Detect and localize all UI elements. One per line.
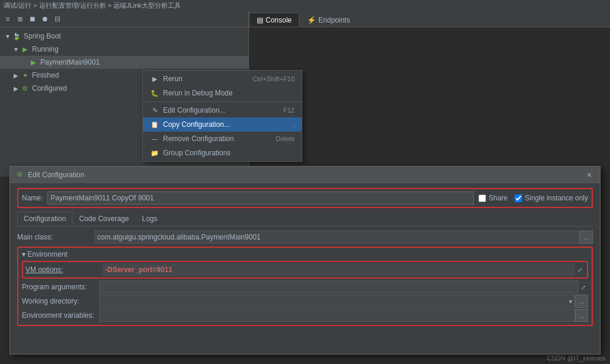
- configured-icon: ⚙: [20, 84, 30, 93]
- rerun-label: Rerun: [163, 75, 183, 83]
- dialog-titlebar: ⚙ Edit Configuration ×: [10, 167, 600, 183]
- rerun-shortcut: Ctrl+Shift+F10: [253, 75, 295, 82]
- program-args-label: Program arguments:: [22, 283, 99, 291]
- chevron-configured: ▶: [12, 85, 20, 92]
- suspend-btn[interactable]: ⏹: [27, 14, 38, 24]
- filter-btn[interactable]: ⊟: [52, 14, 63, 24]
- tab-console[interactable]: ▤ Console: [249, 12, 299, 27]
- menu-separator-1: [143, 101, 302, 102]
- breadcrumb: 调试/运行 > 运行配置管理/运行分析 > 远端JLink大型分析工具: [0, 0, 610, 11]
- payment-label: PaymentMain9001: [40, 58, 100, 66]
- name-row: Name: Share Single instance only: [17, 188, 593, 208]
- program-args-expand-btn[interactable]: ⤢: [579, 282, 588, 292]
- group-configs-label: Group Configurations: [163, 149, 231, 157]
- menu-item-rerun-debug[interactable]: 🐛 Rerun in Debug Mode: [143, 86, 302, 100]
- menu-item-group-configs[interactable]: 📁 Group Configurations: [143, 146, 302, 160]
- remove-config-icon: —: [150, 134, 159, 143]
- name-label: Name:: [22, 194, 43, 202]
- console-tab-icon: ▤: [257, 16, 263, 24]
- share-label: Share: [488, 194, 507, 202]
- tab-endpoints[interactable]: ⚡ Endpoints: [299, 12, 357, 27]
- edit-config-dialog: ⚙ Edit Configuration × Name: Share Singl…: [9, 166, 601, 355]
- share-checkbox[interactable]: [478, 194, 486, 202]
- running-label: Running: [32, 45, 59, 53]
- right-panel: ▤ Console ⚡ Endpoints: [249, 11, 610, 177]
- configured-label: Configured: [32, 84, 67, 92]
- payment-icon: ▶: [28, 58, 38, 67]
- main-class-browse-btn[interactable]: …: [580, 231, 593, 244]
- program-args-row: Program arguments: ⤢: [22, 280, 588, 294]
- context-menu: ▶ Rerun Ctrl+Shift+F10 🐛 Rerun in Debug …: [142, 70, 302, 162]
- spring-boot-icon: 🍃: [12, 31, 21, 41]
- menu-item-copy-config[interactable]: 📋 Copy Configuration... .: [143, 117, 302, 132]
- finished-label: Finished: [32, 71, 59, 79]
- chevron-finished: ▶: [12, 72, 20, 79]
- dialog-title-text: Edit Configuration: [28, 171, 583, 179]
- name-options: Share Single instance only: [478, 194, 588, 202]
- dialog-body: Name: Share Single instance only Confi: [10, 183, 600, 354]
- watermark: CSDN @IT_Holmes: [547, 355, 605, 362]
- environment-header[interactable]: ▾ Environment: [22, 250, 588, 258]
- menu-item-edit-config[interactable]: ✎ Edit Configuration... F12: [143, 103, 302, 117]
- single-instance-checkbox-label[interactable]: Single instance only: [515, 194, 588, 202]
- running-icon: ▶: [20, 44, 30, 54]
- console-content: [249, 27, 610, 177]
- copy-config-shortcut: .: [293, 121, 295, 128]
- console-tab-label: Console: [266, 16, 292, 24]
- env-vars-label: Environment variables:: [22, 311, 99, 320]
- rerun-debug-label: Rerun in Debug Mode: [163, 89, 232, 97]
- env-vars-input[interactable]: [99, 309, 575, 322]
- vm-expand-btn[interactable]: ⤢: [575, 265, 585, 274]
- tree-toolbar: ≡ ≣ ⏹ ⏺ ⊟: [0, 11, 248, 27]
- environment-section: ▾ Environment VM options: ⤢ Program argu…: [17, 247, 593, 326]
- group-configs-icon: 📁: [150, 148, 159, 158]
- edit-config-label: Edit Configuration...: [163, 106, 225, 114]
- env-vars-row: Environment variables: …: [22, 308, 588, 323]
- name-input[interactable]: [47, 191, 474, 205]
- rerun-button[interactable]: ≡: [2, 14, 13, 24]
- stop-button[interactable]: ≣: [15, 14, 25, 24]
- working-dir-dropdown[interactable]: ▾: [99, 295, 575, 308]
- remove-config-shortcut: Delete: [276, 135, 295, 142]
- program-args-input[interactable]: [99, 280, 579, 293]
- spring-boot-label: Spring Boot: [24, 32, 61, 40]
- working-dir-browse-btn[interactable]: …: [575, 295, 588, 308]
- chevron-spring-boot: ▼: [4, 33, 12, 40]
- dialog-title-icon: ⚙: [15, 170, 24, 180]
- dialog-tabs: Configuration Code Coverage Logs: [17, 212, 593, 226]
- tree-item-spring-boot[interactable]: ▼ 🍃 Spring Boot: [0, 30, 248, 43]
- env-vars-browse-btn[interactable]: …: [575, 309, 588, 322]
- working-dir-label: Working directory:: [22, 297, 99, 305]
- tree-panel: ≡ ≣ ⏹ ⏺ ⊟ ▼ 🍃 Spring Boot ▼: [0, 11, 249, 177]
- main-class-input[interactable]: [94, 231, 580, 244]
- copy-config-label: Copy Configuration...: [163, 120, 230, 129]
- copy-config-icon: 📋: [150, 120, 159, 129]
- tree-item-running[interactable]: ▼ ▶ Running: [0, 43, 248, 56]
- tab-logs[interactable]: Logs: [135, 212, 164, 226]
- vm-options-input[interactable]: [103, 263, 575, 276]
- edit-config-icon: ✎: [150, 106, 159, 115]
- tab-configuration[interactable]: Configuration: [17, 212, 72, 226]
- main-class-label: Main class:: [17, 233, 94, 241]
- console-tab-bar: ▤ Console ⚡ Endpoints: [249, 11, 610, 27]
- endpoints-tab-label: Endpoints: [318, 16, 350, 24]
- single-instance-checkbox[interactable]: [515, 194, 522, 202]
- working-dir-chevron: ▾: [569, 298, 572, 305]
- working-dir-row: Working directory: ▾ …: [22, 294, 588, 308]
- tree-item-payment-main[interactable]: ▶ PaymentMain9001: [0, 56, 248, 69]
- single-instance-label: Single instance only: [525, 194, 588, 202]
- remove-config-label: Remove Configuration: [163, 135, 234, 143]
- rerun-menu-icon: ▶: [150, 74, 159, 84]
- tab-code-coverage[interactable]: Code Coverage: [72, 212, 135, 226]
- menu-item-remove-config[interactable]: — Remove Configuration Delete: [143, 132, 302, 146]
- config-form: Main class: … ▾ Environment VM options: …: [17, 230, 593, 326]
- resume-btn[interactable]: ⏺: [40, 14, 50, 24]
- menu-item-rerun[interactable]: ▶ Rerun Ctrl+Shift+F10: [143, 72, 302, 86]
- vm-options-label: VM options:: [25, 266, 103, 274]
- edit-config-shortcut: F12: [283, 107, 295, 114]
- share-checkbox-label[interactable]: Share: [478, 194, 507, 202]
- chevron-running: ▼: [12, 46, 20, 53]
- environment-label: ▾ Environment: [22, 250, 68, 258]
- main-class-row: Main class: …: [17, 230, 593, 244]
- dialog-close-button[interactable]: ×: [583, 169, 595, 181]
